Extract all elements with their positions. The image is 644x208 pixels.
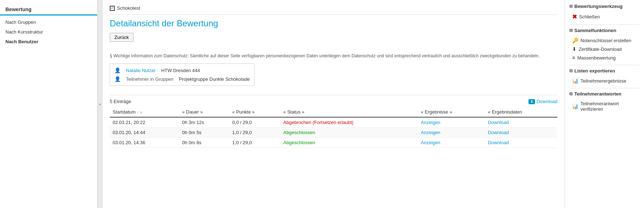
zertifikate-download-item[interactable]: ⬇ Zertifikate-Download <box>569 45 640 53</box>
panel-divider-3 <box>569 88 640 88</box>
download-top-link[interactable]: ⬇ Download <box>528 99 557 104</box>
panel-divider-2 <box>569 65 640 65</box>
ergebnisdaten-download-link[interactable]: Download <box>488 120 509 125</box>
table-header-row: Startdatum ↑ » « Dauer » « Punkte » « St… <box>110 107 557 117</box>
cell-startdatum: 03.01.20, 14:44 <box>110 128 179 138</box>
table-header-bar: 5 Einträge ⬇ Download <box>110 99 557 104</box>
bewertungswerkzeug-title: ⊟ Bewertungswerkzeug <box>569 4 640 9</box>
breadcrumb-divider <box>110 14 557 15</box>
col-dauer[interactable]: « Dauer » <box>179 107 230 117</box>
col-status[interactable]: « Status » <box>280 107 418 117</box>
user-group-value: Projektgruppe Dunkle Schokolade <box>179 76 250 82</box>
teilnehmerantwort-verifizieren-item[interactable]: 📊 Teilnehmerantwort verifizieren <box>569 99 640 113</box>
anzeigen-link[interactable]: Anzeigen <box>421 140 440 145</box>
sammelfunktionen-title: ⊟ Sammelfunktionen <box>569 28 640 33</box>
cell-startdatum: 02.03.21, 20:22 <box>110 117 179 128</box>
breadcrumb: ✓ Schokotest <box>110 5 557 11</box>
anzeigen-link[interactable]: Anzeigen <box>421 120 440 125</box>
user-group-label: Teilnehmer in Gruppen <box>126 76 174 82</box>
cell-punkte: 0,0 / 29,0 <box>229 117 280 128</box>
teilnehmerantworten-title: ⊟ Teilnehmerantworten <box>569 91 640 97</box>
collapse-icon-1: ⊟ <box>569 4 573 9</box>
massenbewertung-item[interactable]: ≡ Massenbewertung <box>569 53 640 62</box>
panel-divider-1 <box>569 25 640 25</box>
cell-ergebnisdaten[interactable]: Download <box>485 138 557 148</box>
verify-icon: 📊 <box>572 103 578 109</box>
download-cert-icon: ⬇ <box>572 46 576 52</box>
cell-ergebnisse[interactable]: Anzeigen <box>418 117 485 128</box>
collapse-icon-2: ⊟ <box>569 28 573 33</box>
schliessen-item[interactable]: ✖ Schließen <box>569 12 640 22</box>
cell-ergebnisdaten[interactable]: Download <box>485 117 557 128</box>
user-link[interactable]: Natalie Nutzer <box>126 68 156 73</box>
cell-dauer: 0h 0m 8s <box>179 138 230 148</box>
user-info-row-group: 👤 Teilnehmer in Gruppen Projektgruppe Du… <box>114 75 250 83</box>
user-icon: 👤 <box>114 67 121 73</box>
sidebar-item-nach-kursstruktur[interactable]: Nach Kursstruktur <box>0 27 97 37</box>
collapse-icon-3: ⊟ <box>569 68 573 73</box>
sidebar: Bewertung Nach Gruppen Nach Kursstruktur… <box>0 0 97 208</box>
cell-status: Abgeschlossen <box>280 128 418 138</box>
cell-status: Abgeschlossen <box>280 138 418 148</box>
close-icon: ✖ <box>572 13 577 20</box>
cell-ergebnisdaten[interactable]: Download <box>485 128 557 138</box>
breadcrumb-label: Schokotest <box>117 5 140 11</box>
entries-count: 5 Einträge <box>110 99 131 104</box>
listen-exportieren-title: ⊟ Listen exportieren <box>569 68 640 74</box>
right-panel: ⊟ Bewertungswerkzeug ✖ Schließen ⊟ Samme… <box>565 0 644 208</box>
privacy-notice: § Wichtige Information zum Datenschutz: … <box>110 53 557 59</box>
table-row: 03.01.20, 14:44 0h 0m 5s 1,0 / 29,0 Abge… <box>110 128 557 138</box>
collapse-icon-4: ⊟ <box>569 92 573 96</box>
cell-startdatum: 03.01.20, 14:36 <box>110 138 179 148</box>
cell-punkte: 1,0 / 29,0 <box>229 138 280 148</box>
cell-ergebnisse[interactable]: Anzeigen <box>418 138 485 148</box>
download-top-label: Download <box>536 99 557 104</box>
sidebar-collapse-handle[interactable]: » <box>97 0 103 208</box>
download-top-icon: ⬇ <box>528 99 535 104</box>
teilnehmerergebnisse-item[interactable]: 📊 Teilnehmerergebnisse <box>569 76 640 85</box>
table-row: 02.03.21, 20:22 0h 3m 12s 0,0 / 29,0 Abg… <box>110 117 557 128</box>
breadcrumb-checkbox: ✓ <box>110 6 115 11</box>
results-table: Startdatum ↑ » « Dauer » « Punkte » « St… <box>110 107 557 148</box>
user-info-row-name: 👤 Natalie Nutzer HTW Dresden 444 <box>114 66 250 75</box>
sidebar-item-nach-benutzer[interactable]: Nach Benutzer <box>0 37 97 47</box>
page-title: Detailansicht der Bewertung <box>110 18 557 28</box>
sidebar-item-nach-gruppen[interactable]: Nach Gruppen <box>0 17 97 27</box>
ergebnisdaten-download-link[interactable]: Download <box>488 140 509 145</box>
sort-startdatum: ↑ » <box>137 110 142 114</box>
ergebnisdaten-download-link[interactable]: Download <box>488 130 509 135</box>
key-icon: 🔑 <box>572 37 578 43</box>
cell-dauer: 0h 0m 5s <box>179 128 230 138</box>
col-ergebnisse[interactable]: « Ergebnisse » <box>418 107 485 117</box>
table-divider <box>110 95 557 95</box>
cell-status: Abgebrochen (Fortsetzen erlaubt) <box>280 117 418 128</box>
back-button[interactable]: Zurück <box>110 33 134 42</box>
col-startdatum[interactable]: Startdatum ↑ » <box>110 107 179 117</box>
notenschluessel-item[interactable]: 🔑 Notenschlüssel erstellen <box>569 36 640 45</box>
list-icon: ≡ <box>572 55 575 61</box>
user-info-box: 👤 Natalie Nutzer HTW Dresden 444 👤 Teiln… <box>110 63 254 86</box>
anzeigen-link[interactable]: Anzeigen <box>421 130 440 135</box>
col-punkte[interactable]: « Punkte » <box>229 107 280 117</box>
main-content: ✓ Schokotest Detailansicht der Bewertung… <box>103 0 565 208</box>
cell-punkte: 1,0 / 29,0 <box>229 128 280 138</box>
col-ergebnisdaten[interactable]: « Ergebnisdaten <box>485 107 557 117</box>
export-icon: 📊 <box>572 78 578 84</box>
cell-dauer: 0h 3m 12s <box>179 117 230 128</box>
sidebar-title: Bewertung <box>0 4 97 16</box>
table-row: 03.01.20, 14:36 0h 0m 8s 1,0 / 29,0 Abge… <box>110 138 557 148</box>
cell-ergebnisse[interactable]: Anzeigen <box>418 128 485 138</box>
user-institution: HTW Dresden 444 <box>161 68 200 73</box>
group-icon: 👤 <box>114 76 121 82</box>
